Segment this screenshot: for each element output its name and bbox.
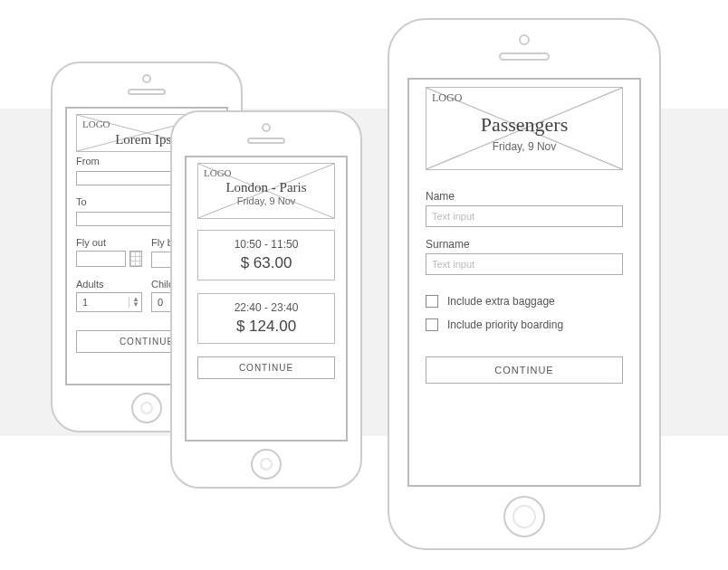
phone-speaker-icon [499,52,550,61]
name-input[interactable] [426,205,623,227]
flyout-label: Fly out [76,237,142,248]
wireframe-stage: LOGO Lorem Ipsu From To Fly out [0,0,728,570]
adults-stepper[interactable]: 1 ▲▼ [76,292,142,312]
header-image-placeholder: LOGO London - Paris Friday, 9 Nov [197,163,335,219]
baggage-checkbox-row[interactable]: Include extra baggage [426,295,623,308]
logo-text: LOGO [204,167,232,178]
name-label: Name [426,190,623,203]
page-date: Friday, 9 Nov [426,140,622,153]
surname-label: Surname [426,238,623,251]
phone-camera-icon [519,34,530,45]
priority-label: Include priority boarding [447,318,563,331]
screen-flights: LOGO London - Paris Friday, 9 Nov 10:50 … [185,156,348,442]
logo-text: LOGO [432,91,462,105]
adults-value: 1 [82,297,88,308]
phone-speaker-icon [247,138,285,144]
flight-card[interactable]: 10:50 - 11:50 $ 63.00 [197,230,335,280]
adults-label: Adults [76,279,142,290]
priority-checkbox-row[interactable]: Include priority boarding [426,318,623,331]
flyout-input[interactable] [76,251,126,267]
phone-speaker-icon [128,89,166,95]
checkbox-icon [426,295,438,308]
logo-text: LOGO [82,119,110,129]
flight-time: 22:40 - 23:40 [207,301,325,314]
phone-frame-passengers: LOGO Passengers Friday, 9 Nov Name Surna… [388,18,661,550]
screen-passengers: LOGO Passengers Friday, 9 Nov Name Surna… [407,78,641,487]
checkbox-icon [426,318,438,331]
page-title: Passengers [426,113,622,137]
stepper-arrows-icon: ▲▼ [129,297,139,308]
home-button-icon[interactable] [251,449,282,480]
phone-camera-icon [142,74,151,83]
home-button-icon[interactable] [503,496,545,537]
route-title: London - Paris [198,180,334,195]
children-value: 0 [158,297,163,308]
flight-price: $ 124.00 [207,318,325,336]
phone-camera-icon [262,123,271,132]
route-date: Friday, 9 Nov [198,195,334,206]
surname-input[interactable] [426,253,623,275]
phone-frame-flights: LOGO London - Paris Friday, 9 Nov 10:50 … [170,110,362,489]
continue-button[interactable]: CONTINUE [426,356,623,384]
baggage-label: Include extra baggage [447,295,555,308]
header-image-placeholder: LOGO Passengers Friday, 9 Nov [426,87,623,170]
flight-card[interactable]: 22:40 - 23:40 $ 124.00 [197,293,335,344]
flight-time: 10:50 - 11:50 [207,238,325,251]
calendar-icon[interactable] [129,251,142,267]
flight-price: $ 63.00 [207,254,325,272]
continue-button[interactable]: CONTINUE [197,356,335,379]
home-button-icon[interactable] [131,393,162,423]
